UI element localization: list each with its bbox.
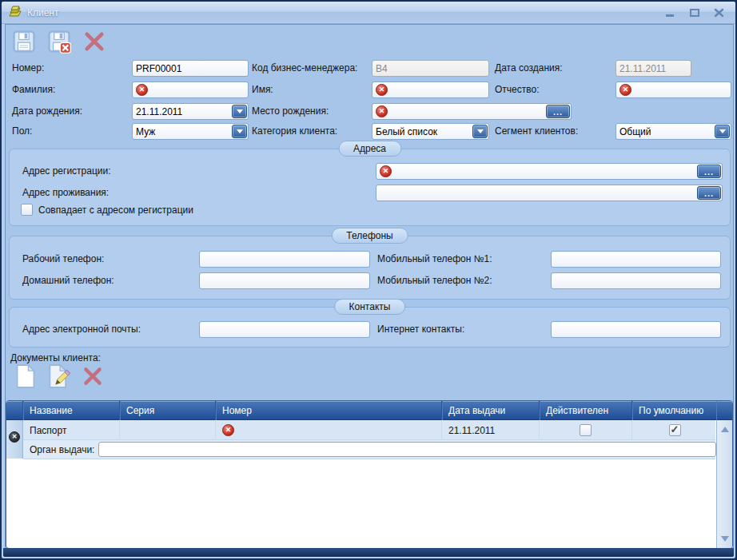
- first-name-label: Имя:: [252, 84, 273, 95]
- row-error-badge-icon: [9, 431, 20, 443]
- validation-error-icon: [376, 105, 388, 117]
- table-row[interactable]: Паспорт 21.11.2011: [23, 420, 715, 440]
- column-header-default[interactable]: По умолчанию: [632, 401, 716, 420]
- delete-button[interactable]: [81, 29, 108, 56]
- row-indicator-header: [6, 401, 23, 420]
- cell-name[interactable]: Паспорт: [23, 420, 120, 440]
- work-phone-field[interactable]: [199, 251, 370, 268]
- documents-table: Название Серия Номер Дата выдачи Действи…: [6, 400, 733, 549]
- close-button[interactable]: [713, 7, 724, 18]
- red-cross-icon: [82, 30, 106, 56]
- calendar-dropdown-button[interactable]: [232, 105, 247, 118]
- row-indicator-column: [6, 420, 23, 459]
- addresses-group-title: Адреса: [338, 141, 401, 157]
- client-segment-select[interactable]: Общий: [615, 123, 731, 140]
- birth-date-picker[interactable]: 21.11.2011: [132, 103, 249, 120]
- delete-document-button[interactable]: [79, 363, 106, 391]
- vertical-scrollbar[interactable]: [716, 420, 732, 548]
- browse-button[interactable]: ...: [697, 165, 721, 178]
- phones-group: Телефоны Рабочий телефон: Мобильный теле…: [9, 236, 731, 300]
- issuing-authority-field[interactable]: [98, 442, 716, 457]
- dropdown-button[interactable]: [472, 125, 488, 138]
- middle-name-label: Отчество:: [495, 84, 540, 95]
- floppy-delete-icon: [47, 30, 71, 56]
- scroll-down-icon[interactable]: [721, 536, 729, 542]
- chevron-down-icon: [477, 129, 484, 133]
- work-phone-label: Рабочий телефон:: [22, 253, 104, 264]
- valid-checkbox[interactable]: [580, 424, 592, 436]
- client-window: Клиент: [0, 0, 737, 560]
- birth-place-field[interactable]: ...: [372, 103, 572, 120]
- registration-address-label: Адрес регистрации:: [22, 165, 111, 177]
- column-header-issue-date[interactable]: Дата выдачи: [442, 401, 540, 420]
- new-document-icon: [15, 364, 36, 391]
- same-as-registration-checkbox[interactable]: [21, 204, 33, 216]
- validation-error-icon: [222, 424, 234, 436]
- new-document-button[interactable]: [12, 363, 39, 391]
- cell-number[interactable]: [216, 420, 442, 440]
- residence-address-field[interactable]: ...: [376, 185, 723, 201]
- red-cross-icon: [82, 365, 104, 390]
- dropdown-button[interactable]: [232, 125, 247, 138]
- email-field[interactable]: [199, 321, 370, 338]
- window-title: Клиент: [27, 7, 59, 18]
- middle-name-field[interactable]: [615, 81, 731, 98]
- edit-document-icon: [48, 364, 70, 391]
- maximize-button[interactable]: [689, 7, 700, 18]
- last-name-label: Фамилия:: [12, 84, 55, 95]
- phones-group-title: Телефоны: [331, 228, 408, 244]
- mobile-phone1-field[interactable]: [551, 251, 721, 268]
- creation-date-field: 21.11.2011: [615, 60, 691, 77]
- window-bottom-frame: [3, 548, 734, 557]
- save-button[interactable]: [10, 29, 38, 56]
- number-field[interactable]: PRF00001: [132, 60, 249, 77]
- gender-select[interactable]: Муж: [132, 123, 249, 140]
- browse-button[interactable]: ...: [546, 105, 570, 118]
- mobile-phone1-label: Мобильный телефон №1:: [377, 253, 492, 264]
- chevron-down-icon: [237, 109, 243, 113]
- column-header-name[interactable]: Название: [23, 401, 120, 420]
- home-phone-label: Домашний телефон:: [22, 275, 114, 286]
- default-checkbox[interactable]: [669, 424, 681, 436]
- internet-contacts-field[interactable]: [551, 321, 721, 338]
- cell-valid: [540, 420, 632, 440]
- client-app-icon: [8, 5, 22, 20]
- validation-error-icon: [380, 165, 392, 177]
- column-header-number[interactable]: Номер: [216, 401, 442, 420]
- client-area: Номер: PRF00001 Код бизнес-менеджера: B4…: [5, 24, 734, 550]
- save-and-delete-button[interactable]: [46, 29, 73, 56]
- client-documents-label: Документы клиента:: [10, 352, 101, 363]
- floppy-save-icon: [12, 30, 36, 56]
- scroll-up-icon[interactable]: [721, 427, 729, 432]
- client-category-select[interactable]: Белый список: [372, 123, 489, 140]
- contacts-group: Контакты Адрес электронной почты: Интерн…: [9, 307, 731, 348]
- client-category-label: Категория клиента:: [252, 125, 337, 137]
- issuing-authority-label: Орган выдачи:: [30, 444, 94, 455]
- validation-error-icon: [136, 84, 148, 96]
- column-header-series[interactable]: Серия: [120, 401, 216, 420]
- column-header-valid[interactable]: Действителен: [540, 401, 632, 420]
- residence-address-label: Адрес проживания:: [22, 187, 109, 198]
- browse-button[interactable]: ...: [697, 186, 721, 200]
- business-manager-code-label: Код бизнес-менеджера:: [252, 62, 357, 73]
- last-name-field[interactable]: [132, 81, 249, 98]
- business-manager-code-field: B4: [372, 60, 489, 77]
- birth-place-label: Место рождения:: [252, 105, 329, 117]
- client-segment-label: Сегмент клиентов:: [495, 125, 578, 137]
- addresses-group: Адреса Адрес регистрации: ... Адрес прож…: [9, 149, 731, 226]
- mobile-phone2-field[interactable]: [551, 272, 721, 289]
- dropdown-button[interactable]: [715, 125, 730, 138]
- home-phone-field[interactable]: [199, 272, 370, 289]
- minimize-button[interactable]: [665, 7, 676, 18]
- mobile-phone2-label: Мобильный телефон №2:: [377, 275, 492, 286]
- window-controls: [665, 7, 729, 18]
- documents-table-header: Название Серия Номер Дата выдачи Действи…: [6, 401, 732, 420]
- gender-label: Пол:: [12, 125, 32, 137]
- edit-document-button[interactable]: [46, 363, 73, 391]
- table-detail-row: Орган выдачи:: [23, 440, 715, 459]
- cell-issue-date[interactable]: 21.11.2011: [442, 420, 540, 440]
- first-name-field[interactable]: [372, 81, 489, 98]
- registration-address-field[interactable]: ...: [376, 163, 723, 180]
- cell-series[interactable]: [120, 420, 216, 440]
- number-label: Номер:: [12, 62, 44, 73]
